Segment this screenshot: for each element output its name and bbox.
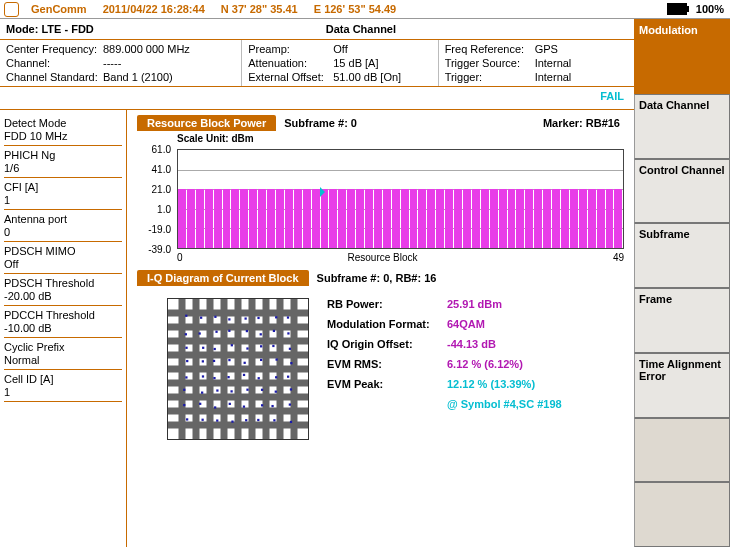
svg-rect-24 [273,419,275,421]
svg-rect-76 [214,316,216,318]
rb-bar [472,189,480,248]
rb-bar [329,189,337,248]
extoff-k: External Offset: [248,70,333,84]
rb-bar [267,189,275,248]
datetime: 2011/04/22 16:28:44 [95,3,213,15]
svg-rect-46 [243,374,245,376]
battery-icon [667,3,687,15]
svg-rect-42 [185,376,187,378]
menu-current[interactable]: Modulation [634,19,730,94]
svg-rect-32 [271,405,273,407]
svg-rect-65 [289,348,291,350]
gps-lon: E 126' 53" 54.49 [306,3,404,15]
rb-bar [445,189,453,248]
svg-rect-41 [290,388,292,390]
rb-bar [258,189,266,248]
svg-rect-50 [186,360,188,362]
menu-empty [634,482,730,547]
center-freq-v: 889.000 000 MHz [103,42,190,56]
rb-bar [240,189,248,248]
extoff-v: 51.00 dB [On] [333,70,401,84]
title-bar: GenComm 2011/04/22 16:28:44 N 37' 28" 35… [0,0,730,19]
rb-bar [561,189,569,248]
svg-rect-79 [257,317,259,319]
app-name: GenComm [23,3,95,15]
rb-bar [374,189,382,248]
svg-rect-48 [275,376,277,378]
svg-rect-27 [199,403,201,405]
evmr-v: 6.12 % (6.12%) [447,358,523,370]
y-tick: -19.0 [148,224,171,235]
preamp-v: Off [333,42,347,56]
rb-bar [187,189,195,248]
svg-rect-36 [216,389,218,391]
chart-marker-icon [320,187,325,197]
iq-tab[interactable]: I-Q Diagram of Current Block [137,270,309,286]
rb-bar [508,189,516,248]
menu-empty [634,418,730,483]
param-row: Center Frequency:889.000 000 MHz Channel… [0,40,634,87]
sidebar-item[interactable]: PDSCH MIMOOff [4,242,122,274]
rb-bar [606,189,614,248]
svg-rect-29 [229,403,231,405]
rb-bar [525,189,533,248]
svg-rect-63 [260,345,262,347]
svg-rect-38 [246,389,248,391]
app-logo-icon [4,2,19,17]
menu-frame[interactable]: Frame [634,288,730,353]
svg-rect-53 [228,359,230,361]
channel-v: ----- [103,56,121,70]
svg-rect-73 [287,332,289,334]
scale-unit: Scale Unit: dBm [177,133,254,144]
rb-bar [285,189,293,248]
sidebar-item[interactable]: PDCCH Threshold-10.00 dB [4,306,122,338]
menu-data-channel[interactable]: Data Channel [634,94,730,159]
rb-bar [178,189,186,248]
rb-bar [392,189,400,248]
std-v: Band 1 (2100) [103,70,173,84]
menu-time-alignment-error[interactable]: Time Alignment Error [634,353,730,418]
svg-rect-49 [287,376,289,378]
iq-diagram[interactable] [167,298,309,440]
sidebar-item[interactable]: PDSCH Threshold-20.00 dB [4,274,122,306]
rb-bar [401,189,409,248]
battery-pct: 100% [690,3,730,15]
evmp-sub: @ Symbol #4,SC #198 [447,398,562,410]
sidebar-item[interactable]: PHICH Ng1/6 [4,146,122,178]
iq-info: RB Power:25.91 dBm Modulation Format:64Q… [309,290,628,543]
svg-rect-21 [231,420,233,422]
svg-rect-43 [202,375,204,377]
rb-bar [534,189,542,248]
svg-rect-34 [183,389,185,391]
svg-rect-66 [185,333,187,335]
menu-subframe[interactable]: Subframe [634,223,730,288]
sidebar-item[interactable]: Detect ModeFDD 10 MHz [4,114,122,146]
svg-rect-52 [213,360,215,362]
svg-rect-54 [244,362,246,364]
svg-rect-23 [257,419,259,421]
evmp-v: 12.12 % (13.39%) [447,378,535,390]
svg-rect-72 [273,330,275,332]
rb-power-tab[interactable]: Resource Block Power [137,115,276,131]
evmp-k: EVM Peak: [327,378,447,390]
rb-bar [516,189,524,248]
freqref-k: Freq Reference: [445,42,535,56]
mode-label: Mode: [6,23,38,35]
trig-k: Trigger: [445,70,535,84]
svg-rect-37 [230,390,232,392]
rb-power-chart[interactable]: Scale Unit: dBm 61.041.021.01.0-19.0-39.… [137,133,628,263]
atten-v: 15 dB [A] [333,56,378,70]
menu-control-channel[interactable]: Control Channel [634,159,730,224]
rb-bar [543,189,551,248]
mode-center-title: Data Channel [326,23,396,35]
svg-rect-57 [290,362,292,364]
sidebar-item[interactable]: CFI [A]1 [4,178,122,210]
sidebar-item[interactable]: Cell ID [A]1 [4,370,122,402]
svg-rect-25 [290,421,292,423]
x-title: Resource Block [137,252,628,263]
channel-k: Channel: [6,56,103,70]
sidebar-item[interactable]: Cyclic PrefixNormal [4,338,122,370]
svg-rect-77 [228,318,230,320]
sidebar-item[interactable]: Antenna port0 [4,210,122,242]
rb-bar [223,189,231,248]
